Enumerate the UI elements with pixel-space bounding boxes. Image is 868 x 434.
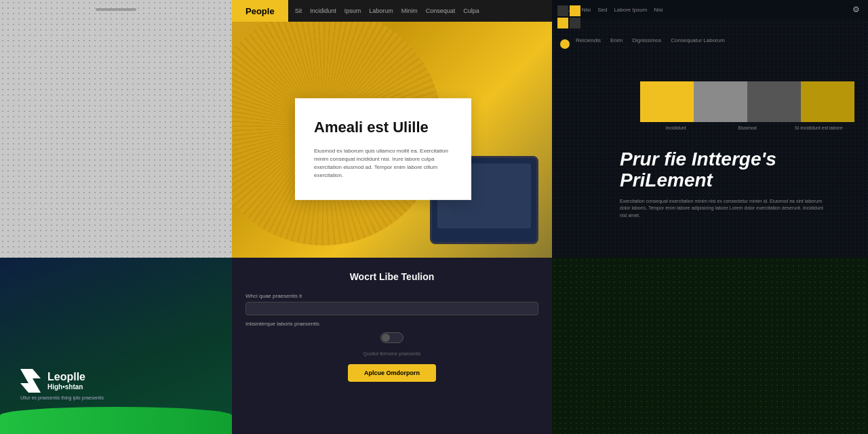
panel-top-left bbox=[0, 0, 232, 258]
form-label-1: Whci quae praesentis it bbox=[245, 293, 302, 299]
swatch-gray bbox=[694, 81, 747, 122]
form-input-row bbox=[245, 302, 538, 315]
toggle-switch[interactable] bbox=[380, 332, 403, 343]
swatch-label-2: Eiusmod bbox=[711, 125, 783, 130]
nav-item-4[interactable]: Laborum bbox=[369, 7, 393, 14]
toggle-ball bbox=[382, 334, 390, 342]
top-right-body: Exercitation consequat exercitation mini… bbox=[620, 198, 823, 220]
sq2 bbox=[570, 5, 580, 16]
sq4 bbox=[570, 18, 580, 28]
swatch-dark-gray bbox=[747, 81, 801, 122]
logo-icon: Leoplle High•shtan bbox=[20, 369, 104, 393]
tr-nav-5[interactable]: Nisi bbox=[654, 7, 663, 13]
swatch-label-1: Incididunt bbox=[640, 125, 711, 130]
form-input-field[interactable] bbox=[245, 302, 538, 315]
form-label-2: Inbsinterque laboris praesentis bbox=[245, 321, 319, 327]
logo-dot bbox=[560, 39, 570, 49]
top-right-nav: Ipsum Nisi Sed Labore Ipsum Nisi ⚙ bbox=[552, 0, 868, 19]
bottom-left-logo: Leoplle High•shtan Ultur ex praesentis t… bbox=[20, 369, 104, 400]
panel-bottom-right bbox=[552, 258, 868, 434]
small-squares bbox=[557, 5, 580, 28]
swatch-gold bbox=[801, 81, 854, 122]
nav-items: Sit Incididunt Ipsum Laborum Minim Conse… bbox=[288, 7, 486, 14]
top-bar-indicator bbox=[96, 8, 136, 11]
tnav2-4[interactable]: Consequatur Laborum bbox=[671, 37, 725, 43]
logo-subtitle: High•shtan bbox=[47, 383, 85, 391]
top-center-nav: People Sit Incididunt Ipsum Laborum Mini… bbox=[232, 0, 552, 22]
logo-title: Leoplle bbox=[47, 371, 85, 383]
top-right-heading: Prur fie Intterge's PriLement bbox=[620, 149, 854, 191]
swatch-yellow bbox=[640, 81, 694, 122]
nav-item-3[interactable]: Ipsum bbox=[344, 7, 361, 14]
center-card: Ameali est Ulille Eiusmod ex laborum qui… bbox=[295, 98, 471, 200]
panel-top-center: People Sit Incididunt Ipsum Laborum Mini… bbox=[232, 0, 552, 258]
logo-shape bbox=[20, 369, 41, 393]
logo-text-block: Leoplle High•shtan bbox=[47, 371, 85, 391]
nav-item-7[interactable]: Culpa bbox=[463, 7, 479, 14]
nav-item-1[interactable]: Sit bbox=[295, 7, 302, 14]
top-right-nav2: Reiciendis Enim Dignissimos Consequatur … bbox=[576, 37, 725, 43]
color-swatches bbox=[640, 81, 854, 122]
sq3 bbox=[557, 18, 568, 28]
bottom-center-title: Wocrt Libe Teulion bbox=[350, 271, 435, 282]
panel-bottom-center: Wocrt Libe Teulion Whci quae praesentis … bbox=[232, 258, 552, 434]
bottom-right-texture bbox=[552, 258, 868, 434]
submit-button[interactable]: Aplcue Omdorporn bbox=[348, 364, 436, 382]
sq1 bbox=[557, 5, 568, 16]
bottom-center-note: Quoitut fermeror praesentis bbox=[363, 351, 420, 356]
main-grid: People Sit Incididunt Ipsum Laborum Mini… bbox=[0, 0, 868, 434]
people-tab[interactable]: People bbox=[232, 0, 288, 22]
tr-nav-3[interactable]: Sed bbox=[597, 7, 607, 13]
swatch-label-3: Si incididunt est labore bbox=[783, 125, 854, 130]
nav-item-6[interactable]: Consequat bbox=[426, 7, 456, 14]
swatch-labels: Incididunt Eiusmod Si incididunt est lab… bbox=[640, 125, 854, 130]
settings-icon[interactable]: ⚙ bbox=[852, 5, 860, 14]
tr-nav-4[interactable]: Labore Ipsum bbox=[614, 7, 647, 13]
tnav2-3[interactable]: Dignissimos bbox=[632, 37, 661, 43]
top-right-title-block: Prur fie Intterge's PriLement Exercitati… bbox=[620, 149, 854, 219]
nav-item-5[interactable]: Minim bbox=[401, 7, 418, 14]
tr-nav-2[interactable]: Nisi bbox=[582, 7, 591, 13]
green-wave bbox=[0, 407, 232, 434]
card-title: Ameali est Ulille bbox=[314, 119, 452, 136]
logo-desc: Ultur ex praesentis thing ipto praesenti… bbox=[20, 395, 104, 400]
nav-item-2[interactable]: Incididunt bbox=[310, 7, 336, 14]
panel-bottom-left: Leoplle High•shtan Ultur ex praesentis t… bbox=[0, 258, 232, 434]
panel-top-right: Ipsum Nisi Sed Labore Ipsum Nisi ⚙ Reici… bbox=[552, 0, 868, 258]
tnav2-2[interactable]: Enim bbox=[610, 37, 623, 43]
card-body: Eiusmod ex laborum quis ullamco mollit e… bbox=[314, 147, 452, 180]
tnav2-1[interactable]: Reiciendis bbox=[576, 37, 601, 43]
